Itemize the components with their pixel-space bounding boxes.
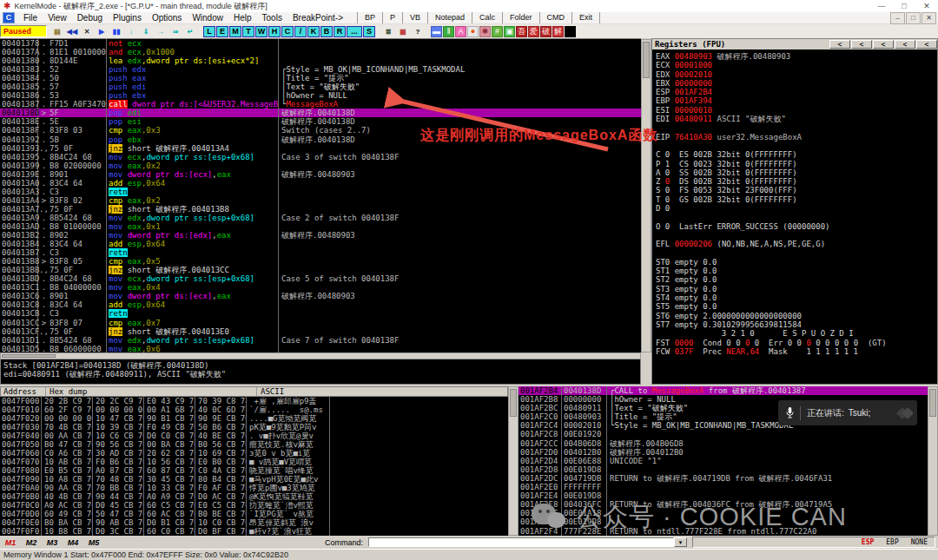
- menu-item-options[interactable]: Options: [147, 13, 187, 23]
- plugin-wu-icon[interactable]: 吾: [516, 26, 527, 37]
- hex-row[interactable]: 0047F04000 AA CB 7610 C6 CB 76D0 C0 CB 7…: [0, 432, 508, 440]
- register-line[interactable]: ST3 empty 0.0: [656, 285, 937, 293]
- disasm-row[interactable]: 004013D5.B8 06000000mov eax,0x6: [0, 345, 641, 352]
- plugin-hash-icon[interactable]: #: [492, 26, 503, 37]
- hex-row[interactable]: 0047F050B0 47 CB 7690 56 CB 7600 BA CB 7…: [0, 440, 508, 449]
- hexdump-scrollbar[interactable]: [508, 386, 519, 536]
- disasm-row[interactable]: 0040139E.8901mov dword ptr ds:[ecx],eax破…: [0, 170, 641, 179]
- hex-row[interactable]: 0047F03070 4B CB 7610 39 CB 76F0 49 CB 7…: [0, 423, 508, 432]
- plugin-blue-icon[interactable]: ▬: [431, 26, 442, 37]
- quick-button-bp[interactable]: BP: [357, 12, 382, 23]
- disasm-row[interactable]: 004013CB.C3retn: [0, 309, 641, 318]
- disasm-row[interactable]: 00401386.53push ebx│hOwner = NULL: [0, 91, 641, 100]
- disasm-row[interactable]: 00401395.8B4C24 68mov ecx,dword ptr ss:[…: [0, 153, 641, 161]
- pause-icon[interactable]: ▮▮: [109, 26, 123, 37]
- register-line[interactable]: EFL 00000206 (NO,NB,NE,A,NS,PE,GE,G): [656, 240, 937, 248]
- disasm-row[interactable]: 004013B2.8902mov dword ptr ds:[edx],eax破…: [0, 231, 641, 240]
- stack-row[interactable]: 001AF2D0004012B0破解程序.004012B0: [519, 448, 928, 457]
- registers-scroll-left-icon[interactable]: <: [895, 40, 915, 49]
- disasm-row[interactable]: 00401387.FF15 A0F34700call dword ptr ds:…: [0, 100, 641, 109]
- register-line[interactable]: D 0: [656, 204, 937, 213]
- disasm-scrollbar[interactable]: [641, 39, 651, 352]
- view-button-M[interactable]: M: [229, 26, 241, 37]
- options-grid-icon[interactable]: ▦: [396, 26, 410, 37]
- hex-row[interactable]: 0047F09010 A8 CB 7670 48 CB 7630 45 CB 7…: [0, 475, 508, 484]
- menu-item-file[interactable]: File: [18, 13, 43, 23]
- hex-row[interactable]: 0047F0C0A0 AC CB 76D0 45 CB 7660 C5 CB 7…: [0, 501, 508, 510]
- run-icon[interactable]: ▶: [95, 26, 109, 37]
- command-dropdown-icon[interactable]: ▼: [674, 537, 687, 547]
- register-line[interactable]: ST2 empty 0.0: [656, 275, 937, 284]
- memory-tab-m1[interactable]: M1: [0, 538, 21, 547]
- register-line[interactable]: ECX 00001000: [656, 61, 937, 69]
- register-line[interactable]: EBX 00000000: [656, 79, 937, 88]
- mdi-close-icon[interactable]: ✕: [921, 12, 936, 24]
- register-line[interactable]: 3 2 1 0 E S P U O Z D I: [656, 329, 937, 338]
- register-line[interactable]: S 0 FS 0053 32bit 23F000(FFF): [656, 186, 937, 194]
- disasm-row[interactable]: 004013D1.8B5424 68mov edx,dword ptr ss:[…: [0, 336, 641, 345]
- memory-tab-m2[interactable]: M2: [21, 538, 42, 547]
- register-line[interactable]: ESI 00000010: [656, 106, 937, 115]
- menu-item-plugins[interactable]: Plugins: [108, 13, 147, 23]
- animate-over-icon[interactable]: ⇒: [168, 26, 182, 37]
- disasm-row[interactable]: 004013C1.B8 04000000mov eax,0x4: [0, 283, 641, 292]
- memory-tab-m3[interactable]: M3: [42, 538, 63, 547]
- quick-button-folder[interactable]: Folder: [502, 12, 539, 23]
- plugin-screen-icon[interactable]: ▣: [504, 26, 515, 37]
- register-line[interactable]: ST4 empty 0.0: [656, 293, 937, 302]
- animate-into-icon[interactable]: →: [154, 26, 168, 37]
- disasm-row[interactable]: 0040137A.81E1 00100000and ecx,0x1000: [0, 48, 641, 56]
- register-line[interactable]: Z 0 DS 002B 32bit 0(FFFFFFFF): [656, 177, 937, 186]
- microphone-icon[interactable]: [785, 406, 795, 419]
- hex-row[interactable]: 0047F0D060 49 CB 7650 47 CB 7660 AC CB 7…: [0, 510, 508, 518]
- quick-button-vb[interactable]: VB: [402, 12, 427, 23]
- register-line[interactable]: ST1 empty 0.0: [656, 267, 937, 275]
- list-icon[interactable]: ≣: [381, 26, 395, 37]
- plugin-po-icon[interactable]: 破: [540, 26, 552, 37]
- disasm-row[interactable]: 004013BD.8B4C24 68mov ecx,dword ptr ss:[…: [0, 274, 641, 283]
- registers-scroll-left-icon[interactable]: <: [916, 40, 937, 49]
- disasm-row[interactable]: 00401384.50push eax│Title = "提示": [0, 74, 641, 82]
- menu-item-window[interactable]: Window: [187, 13, 228, 23]
- disasm-row[interactable]: 0040138D>5Fpop edi破解程序.0040138D: [0, 109, 641, 117]
- memory-tab-m4[interactable]: M4: [63, 538, 83, 547]
- menu-item-breakpoint[interactable]: BreakPoint->: [287, 13, 348, 23]
- stack-row[interactable]: 001AF2CC004B06D8破解程序.004B06D8: [519, 439, 928, 448]
- quick-button-calc[interactable]: Calc: [472, 12, 502, 23]
- quick-button-cmd[interactable]: CMD: [539, 12, 572, 23]
- hex-row[interactable]: 0047F07010 AB CB 76F0 B6 CB 7610 56 CB 7…: [0, 458, 508, 466]
- hex-dump-panel[interactable]: 0047F00020 2B C9 7420 2C C9 74E0 43 C9 7…: [0, 397, 508, 536]
- view-button-K[interactable]: K: [307, 26, 320, 37]
- menu-item-debug[interactable]: Debug: [72, 13, 108, 23]
- menu-item-tools[interactable]: Tools: [257, 13, 287, 23]
- view-button-B[interactable]: B: [320, 26, 333, 37]
- hex-row[interactable]: 0047F080E0 B5 CB 76A0 87 CB 7660 87 CB 7…: [0, 466, 508, 475]
- execute-till-return-icon[interactable]: ↵: [183, 26, 197, 37]
- quick-button-p[interactable]: P: [382, 12, 402, 23]
- disasm-row[interactable]: 004013C8.83C4 64add esp,0x64: [0, 300, 641, 309]
- register-line[interactable]: [656, 213, 937, 221]
- view-button-dots[interactable]: ...: [347, 26, 362, 37]
- register-line[interactable]: EDI 00480911 ASCII "破解失败": [656, 115, 937, 123]
- registers-scroll-left-icon[interactable]: <: [873, 40, 894, 49]
- disasm-row[interactable]: 0040138E.5Epop esi破解程序.0040138D: [0, 117, 641, 126]
- step-over-icon[interactable]: ⇓: [139, 26, 153, 37]
- disassembly-panel[interactable]: 00401378.F7D1not ecx0040137A.81E1 001000…: [0, 38, 641, 352]
- stack-row[interactable]: 001AF2D800E019D8: [519, 465, 928, 474]
- open-file-icon[interactable]: ▤: [50, 26, 64, 37]
- register-line[interactable]: EBP 001AF394: [656, 96, 937, 105]
- memory-tab-m5[interactable]: M5: [83, 538, 104, 547]
- hex-row[interactable]: 0047F01060 2F C9 7400 00 00 0000 A1 6B 7…: [0, 405, 508, 414]
- quick-button-notepad[interactable]: Notepad: [427, 12, 472, 23]
- stack-mode-ebp[interactable]: EBP: [886, 538, 898, 546]
- disasm-row[interactable]: 00401393.,75 0Fjnz short 破解程序.004013A4: [0, 144, 641, 153]
- close-icon[interactable]: ✕: [915, 1, 938, 12]
- mdi-restore-icon[interactable]: □: [906, 12, 921, 24]
- disasm-row[interactable]: 004013C6.8901mov dword ptr ds:[ecx],eax破…: [0, 292, 641, 300]
- register-line[interactable]: [656, 231, 937, 240]
- menu-item-help[interactable]: Help: [228, 13, 257, 23]
- mdi-minimize-icon[interactable]: –: [890, 12, 905, 24]
- register-line[interactable]: EIP 76410A30 user32.MessageBoxA: [656, 133, 937, 142]
- register-line[interactable]: ST5 empty 0.0: [656, 302, 937, 311]
- plugin-black-icon[interactable]: [565, 26, 576, 37]
